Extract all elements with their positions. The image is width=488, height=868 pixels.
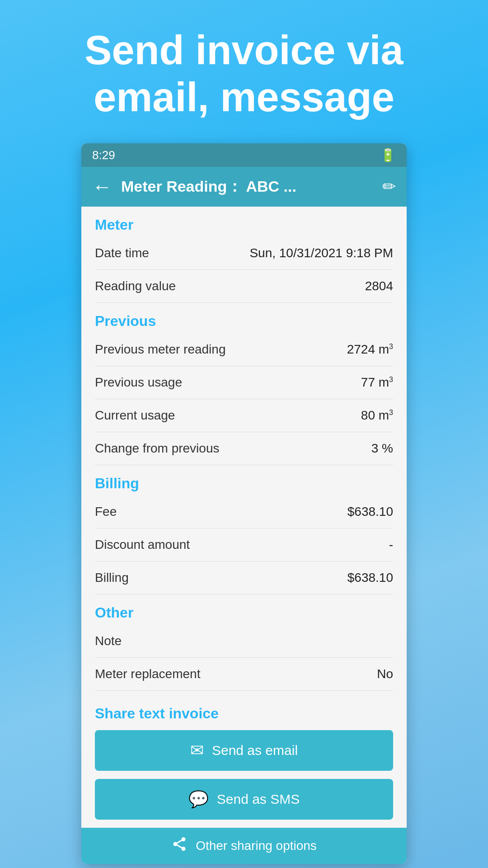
label-billing: Billing: [95, 571, 129, 585]
share-label: Share text invoice: [95, 700, 393, 730]
label-reading-value: Reading value: [95, 279, 176, 293]
app-bar: ← Meter Reading： ABC ... ✏: [81, 167, 407, 207]
send-sms-label: Send as SMS: [217, 792, 300, 807]
row-billing: Billing $638.10: [95, 561, 393, 594]
row-note: Note: [95, 625, 393, 658]
content-area: Meter Date time Sun, 10/31/2021 9:18 PM …: [81, 207, 407, 820]
back-button[interactable]: ←: [92, 175, 112, 198]
value-fee: $638.10: [347, 505, 393, 519]
section-billing: Billing: [95, 465, 393, 495]
label-datetime: Date time: [95, 246, 149, 260]
svg-line-4: [177, 840, 182, 843]
section-previous: Previous: [95, 303, 393, 333]
value-billing: $638.10: [347, 571, 393, 585]
row-prev-meter: Previous meter reading 2724 m3: [95, 333, 393, 366]
value-meter-replacement: No: [377, 667, 393, 681]
value-discount: -: [389, 538, 393, 552]
svg-point-0: [182, 837, 186, 841]
svg-point-2: [182, 847, 186, 851]
edit-button[interactable]: ✏: [382, 177, 396, 196]
other-sharing-label: Other sharing options: [196, 839, 317, 853]
label-note: Note: [95, 634, 122, 648]
row-reading-value: Reading value 2804: [95, 270, 393, 303]
send-email-button[interactable]: ✉ Send as email: [95, 730, 393, 771]
email-icon: ✉: [190, 741, 204, 760]
share-section: Share text invoice ✉ Send as email 💬 Sen…: [95, 691, 393, 820]
send-sms-button[interactable]: 💬 Send as SMS: [95, 779, 393, 820]
send-email-label: Send as email: [212, 743, 298, 758]
value-prev-meter: 2724 m3: [347, 342, 393, 357]
row-current-usage: Current usage 80 m3: [95, 399, 393, 432]
value-current-usage: 80 m3: [361, 408, 393, 423]
phone-frame: 8:29 🔋 ← Meter Reading： ABC ... ✏ Meter …: [81, 143, 407, 864]
section-meter: Meter: [95, 207, 393, 237]
battery-icon: 🔋: [380, 148, 396, 163]
label-prev-meter: Previous meter reading: [95, 342, 225, 357]
value-reading-value: 2804: [365, 279, 393, 293]
section-other: Other: [95, 594, 393, 625]
row-discount: Discount amount -: [95, 528, 393, 561]
row-meter-replacement: Meter replacement No: [95, 658, 393, 691]
sms-icon: 💬: [188, 790, 209, 809]
other-sharing-button[interactable]: Other sharing options: [81, 828, 407, 864]
app-bar-title: Meter Reading： ABC ...: [121, 176, 382, 197]
row-fee: Fee $638.10: [95, 495, 393, 528]
label-meter-replacement: Meter replacement: [95, 667, 200, 681]
label-current-usage: Current usage: [95, 408, 175, 423]
value-datetime: Sun, 10/31/2021 9:18 PM: [249, 246, 393, 260]
value-prev-usage: 77 m3: [361, 375, 393, 390]
label-fee: Fee: [95, 505, 117, 519]
share-icon: [171, 836, 188, 856]
label-prev-usage: Previous usage: [95, 375, 182, 390]
row-change-prev: Change from previous 3 %: [95, 432, 393, 465]
row-prev-usage: Previous usage 77 m3: [95, 366, 393, 399]
status-time: 8:29: [92, 148, 115, 162]
label-discount: Discount amount: [95, 538, 190, 552]
value-change-prev: 3 %: [371, 441, 393, 456]
hero-title: Send invoice via email, message: [0, 0, 488, 143]
row-datetime: Date time Sun, 10/31/2021 9:18 PM: [95, 237, 393, 270]
svg-point-1: [174, 842, 178, 846]
status-bar: 8:29 🔋: [81, 143, 407, 167]
svg-line-3: [177, 845, 182, 848]
label-change-prev: Change from previous: [95, 441, 219, 456]
